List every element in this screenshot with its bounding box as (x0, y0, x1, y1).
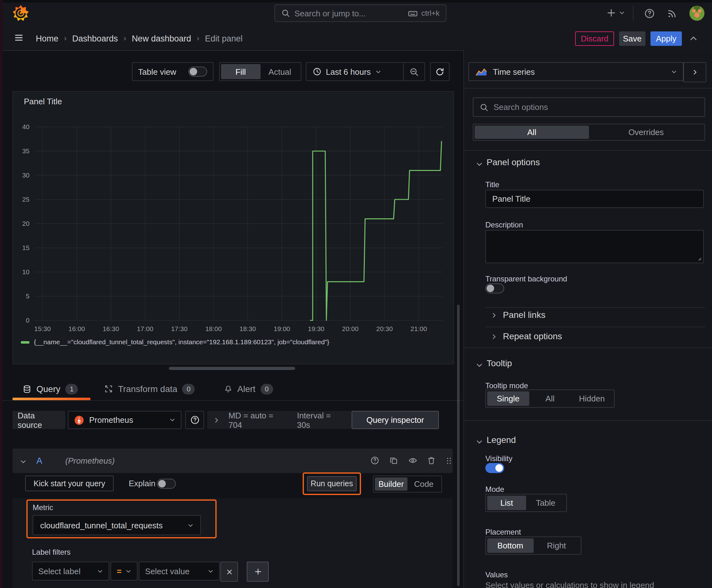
legend-item[interactable]: {__name__="cloudflared_tunnel_total_requ… (21, 338, 329, 345)
explain-toggle[interactable] (157, 479, 176, 489)
datasource-picker[interactable]: Prometheus (68, 411, 181, 429)
description-textarea[interactable] (486, 230, 704, 263)
svg-text:25: 25 (22, 196, 29, 203)
chevron-down-icon (97, 568, 103, 574)
query-datasource-hint: (Prometheus) (65, 456, 115, 465)
help-button[interactable] (644, 8, 655, 19)
datasource-help-button[interactable] (185, 411, 204, 429)
timeseries-chart[interactable]: 051015202530354015:3016:0016:3017:0017:3… (13, 92, 453, 364)
fill-option[interactable]: Fill (221, 64, 260, 79)
query-help-button[interactable] (370, 456, 379, 465)
tab-overrides[interactable]: Overrides (589, 126, 703, 139)
chevron-down-icon[interactable] (476, 439, 483, 445)
panel-title-input[interactable]: Panel Title (486, 190, 704, 208)
tab-alert[interactable]: Alert 0 (224, 379, 273, 398)
interval-summary: Interval = 30s (297, 411, 345, 429)
drag-query-handle[interactable] (445, 456, 453, 465)
table-view-toggle[interactable] (188, 67, 207, 77)
breadcrumb-home[interactable]: Home (36, 34, 58, 43)
legend-section-header[interactable]: Legend (487, 435, 516, 445)
legend-placement-right[interactable]: Right (533, 538, 580, 553)
chevron-down-icon[interactable] (476, 362, 483, 369)
tooltip-section-header[interactable]: Tooltip (487, 358, 512, 368)
search-options-input[interactable]: Search options (473, 97, 705, 117)
table-view-label: Table view (138, 67, 176, 76)
grafana-logo-icon[interactable] (13, 5, 29, 21)
select-value-placeholder: Select value (145, 566, 190, 576)
sidebar-divider (464, 420, 712, 421)
panel-title-value: Panel Title (492, 194, 530, 204)
transparent-background-toggle[interactable] (486, 283, 504, 293)
code-option[interactable]: Code (408, 478, 440, 491)
apply-button[interactable]: Apply (650, 31, 682, 46)
zoom-out-icon (409, 67, 419, 76)
repeat-options-section[interactable]: Repeat options (503, 331, 562, 341)
select-label-dropdown[interactable]: Select label (32, 562, 109, 581)
remove-query-button[interactable] (427, 456, 436, 465)
chevron-down-icon[interactable] (476, 161, 483, 168)
search-options-placeholder: Search options (494, 102, 548, 112)
panel-links-section[interactable]: Panel links (503, 310, 545, 320)
add-menu-button[interactable] (606, 8, 625, 18)
add-filter-button[interactable] (247, 562, 269, 582)
fill-actual-switch: Fill Actual (219, 62, 301, 81)
sidebar-divider (464, 348, 712, 348)
chevron-down-icon (671, 69, 677, 75)
chevron-right-icon[interactable] (491, 312, 497, 318)
global-search-input[interactable]: Search or jump to... ctrl+k (274, 4, 447, 22)
collapse-toolbar-button[interactable] (689, 35, 697, 43)
resize-grip-icon[interactable] (695, 254, 702, 261)
tooltip-mode-single[interactable]: Single (487, 391, 529, 406)
menu-toggle-button[interactable] (14, 33, 24, 42)
metric-value: cloudflared_tunnel_total_requests (40, 521, 163, 530)
svg-text:21:00: 21:00 (411, 325, 427, 332)
tab-all[interactable]: All (475, 126, 589, 139)
tab-query[interactable]: Query 1 (23, 379, 78, 398)
viz-suggestions-button[interactable] (683, 62, 706, 82)
discard-button[interactable]: Discard (575, 31, 614, 46)
query-row-header[interactable]: A (Prometheus) (13, 448, 453, 473)
tooltip-mode-hidden[interactable]: Hidden (571, 391, 613, 406)
builder-option[interactable]: Builder (375, 478, 408, 491)
breadcrumb-dashboards[interactable]: Dashboards (72, 34, 118, 43)
chevron-right-icon[interactable] (491, 334, 497, 340)
select-value-dropdown[interactable]: Select value (139, 562, 220, 581)
prometheus-icon (74, 415, 84, 425)
metric-label: Metric (33, 503, 53, 512)
news-button[interactable] (667, 8, 677, 19)
tab-transform-data[interactable]: Transform data 0 (104, 379, 195, 398)
remove-filter-button[interactable] (220, 562, 238, 582)
tabs-divider (0, 400, 463, 401)
legend-mode-table[interactable]: Table (526, 496, 565, 510)
zoom-out-button[interactable] (403, 63, 425, 80)
save-button[interactable]: Save (619, 31, 645, 46)
panel-options-header[interactable]: Panel options (487, 157, 540, 167)
tooltip-mode-all[interactable]: All (529, 391, 571, 406)
duplicate-query-button[interactable] (389, 456, 398, 465)
time-range-picker[interactable]: Last 6 hours (306, 67, 403, 76)
metric-select[interactable]: cloudflared_tunnel_total_requests (33, 515, 201, 535)
scrollbar-thumb[interactable] (457, 305, 459, 586)
legend-placement-bottom[interactable]: Bottom (487, 538, 533, 553)
kick-start-query-button[interactable]: Kick start your query (25, 476, 114, 491)
actual-option[interactable]: Actual (260, 64, 300, 79)
breadcrumb-new-dashboard[interactable]: New dashboard (132, 34, 191, 43)
legend-mode-list[interactable]: List (487, 496, 526, 510)
legend-visibility-toggle[interactable] (486, 463, 504, 473)
toggle-query-visibility-button[interactable] (408, 456, 417, 465)
run-queries-button[interactable]: Run queries (307, 476, 357, 491)
query-inspector-button[interactable]: Query inspector (352, 411, 439, 429)
visualization-picker[interactable]: Time series (468, 62, 684, 81)
pane-resize-handle[interactable] (169, 367, 295, 370)
svg-text:18:00: 18:00 (205, 325, 222, 332)
operator-dropdown[interactable]: = (110, 562, 137, 581)
legend-mode-label: Mode (486, 485, 504, 494)
chevron-up-icon (689, 35, 697, 43)
query-options-collapsed[interactable]: MD = auto = 704 Interval = 30s (207, 411, 352, 429)
user-avatar[interactable] (689, 6, 705, 21)
search-icon (480, 103, 489, 111)
svg-text:35: 35 (22, 147, 29, 154)
refresh-button[interactable] (430, 62, 450, 81)
topbar-divider (633, 6, 633, 21)
svg-text:19:30: 19:30 (308, 325, 325, 332)
